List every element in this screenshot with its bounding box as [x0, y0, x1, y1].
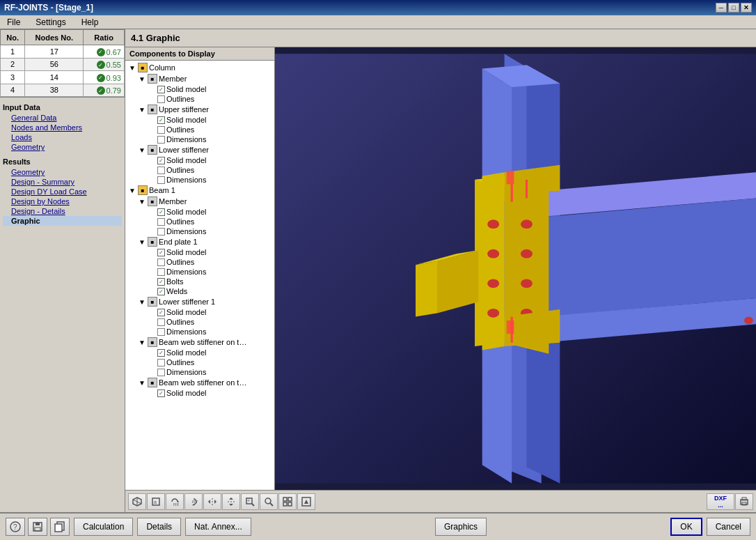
- table-row[interactable]: 2 56 ✓ 0.55: [1, 58, 125, 71]
- checkbox[interactable]: ✓: [157, 249, 165, 256]
- svg-point-18: [487, 309, 499, 318]
- tree-col-member-outlines[interactable]: Outlines: [125, 94, 274, 104]
- tree-upper-stiffener[interactable]: ▼ ■ Upper stiffener: [125, 104, 274, 115]
- print-button[interactable]: [735, 493, 753, 510]
- isometric-view-button[interactable]: [128, 493, 146, 510]
- details-button[interactable]: Details: [137, 518, 181, 536]
- nav-design-details[interactable]: Design - Details: [3, 206, 122, 216]
- flip-z-button[interactable]: [222, 493, 240, 510]
- checkbox[interactable]: [157, 228, 165, 236]
- nav-geometry-input[interactable]: Geometry: [3, 142, 122, 152]
- nav-geometry-results[interactable]: Geometry: [3, 167, 122, 177]
- checkbox[interactable]: [157, 218, 165, 226]
- tree-bws2[interactable]: ▼ ■ Beam web stiffener on tape: [125, 377, 274, 388]
- tree-label: Outlines: [166, 166, 194, 174]
- nat-annex-button[interactable]: Nat. Annex...: [185, 518, 251, 536]
- checkbox[interactable]: ✓: [157, 157, 165, 164]
- checkbox[interactable]: ✓: [157, 208, 165, 216]
- tree-upper-outlines[interactable]: Outlines: [125, 125, 274, 134]
- tree-lower-outlines[interactable]: Outlines: [125, 165, 274, 175]
- help-button[interactable]: ?: [6, 518, 25, 536]
- checkbox[interactable]: ✓: [157, 349, 165, 357]
- tree-beam1[interactable]: ▼ ■ Beam 1: [125, 185, 274, 196]
- tree-ls1-dimensions[interactable]: Dimensions: [125, 327, 274, 337]
- checkbox[interactable]: ✓: [157, 389, 165, 397]
- tree-upper-dimensions[interactable]: Dimensions: [125, 134, 274, 144]
- tree-beam1-dimensions[interactable]: Dimensions: [125, 226, 274, 236]
- tree-upper-solid[interactable]: ✓ Solid model: [125, 115, 274, 125]
- checkbox[interactable]: [157, 268, 165, 276]
- table-row[interactable]: 4 38 ✓ 0.79: [1, 84, 125, 97]
- zoom-fit-button[interactable]: [260, 493, 278, 510]
- calculation-button[interactable]: Calculation: [74, 518, 133, 536]
- nav-design-nodes[interactable]: Design by Nodes: [3, 196, 122, 206]
- menu-file[interactable]: File: [3, 16, 24, 29]
- checkbox[interactable]: [157, 176, 165, 184]
- properties-button[interactable]: [278, 493, 297, 510]
- export-button[interactable]: [297, 493, 315, 510]
- tree-bws1-solid[interactable]: ✓ Solid model: [125, 348, 274, 357]
- ok-button[interactable]: OK: [670, 518, 702, 536]
- tree-lower-stiffener[interactable]: ▼ ■ Lower stiffener: [125, 144, 274, 155]
- tree-beam1-solid[interactable]: ✓ Solid model: [125, 207, 274, 217]
- checkbox[interactable]: ✓: [157, 116, 165, 124]
- tree-ls1-solid[interactable]: ✓ Solid model: [125, 307, 274, 317]
- tree-endplate-welds[interactable]: ✓ Welds: [125, 286, 274, 296]
- svg-marker-45: [229, 497, 233, 500]
- save-button[interactable]: [28, 518, 47, 536]
- checkbox-solid[interactable]: ✓: [157, 86, 165, 93]
- tree-beam1-outlines[interactable]: Outlines: [125, 217, 274, 226]
- nav-loads[interactable]: Loads: [3, 132, 122, 142]
- dxf-export-button[interactable]: DXF...: [707, 493, 734, 510]
- tree-endplate-solid[interactable]: ✓ Solid model: [125, 247, 274, 257]
- checkbox[interactable]: [157, 328, 165, 336]
- tree-ls1-outlines[interactable]: Outlines: [125, 317, 274, 327]
- flip-x-button[interactable]: [203, 493, 221, 510]
- menu-settings[interactable]: Settings: [31, 16, 70, 29]
- table-row[interactable]: 1 17 ✓ 0.67: [1, 45, 125, 59]
- tree-bws2-solid[interactable]: ✓ Solid model: [125, 388, 274, 398]
- nav-design-load-case[interactable]: Design DY Load Case: [3, 187, 122, 196]
- nav-general-data[interactable]: General Data: [3, 113, 122, 123]
- checkbox[interactable]: [157, 167, 165, 174]
- checkbox[interactable]: [157, 359, 165, 367]
- checkbox[interactable]: [157, 126, 165, 134]
- nav-design-summary[interactable]: Design - Summary: [3, 177, 122, 187]
- close-button[interactable]: ✕: [741, 3, 752, 13]
- tree-lower-dimensions[interactable]: Dimensions: [125, 175, 274, 185]
- checkbox-outlines[interactable]: [157, 95, 165, 103]
- checkbox[interactable]: ✓: [157, 278, 165, 286]
- minimize-button[interactable]: ─: [716, 3, 727, 13]
- tree-col-member-solid[interactable]: ✓ Solid model: [125, 84, 274, 94]
- nav-nodes-members[interactable]: Nodes and Members: [3, 123, 122, 132]
- tree-bws1[interactable]: ▼ ■ Beam web stiffener on tape: [125, 337, 274, 348]
- checkbox[interactable]: ✓: [157, 309, 165, 316]
- checkbox[interactable]: [157, 136, 165, 144]
- checkbox[interactable]: [157, 369, 165, 376]
- tree-lower-stiffener-1[interactable]: ▼ ■ Lower stiffener 1: [125, 296, 274, 307]
- maximize-button[interactable]: □: [728, 3, 739, 13]
- graphics-button[interactable]: Graphics: [435, 518, 487, 536]
- tree-endplate-bolts[interactable]: ✓ Bolts: [125, 277, 274, 286]
- front-view-button[interactable]: a: [147, 493, 165, 510]
- tree-bws1-dimensions[interactable]: Dimensions: [125, 367, 274, 377]
- tree-beam1-member[interactable]: ▼ ■ Member: [125, 196, 274, 207]
- menu-help[interactable]: Help: [77, 16, 103, 29]
- checkbox[interactable]: ✓: [157, 288, 165, 295]
- tree-end-plate[interactable]: ▼ ■ End plate 1: [125, 236, 274, 247]
- rotate-y-button[interactable]: RY: [184, 493, 203, 510]
- copy-button[interactable]: [50, 518, 70, 536]
- tree-column[interactable]: ▼ ■ Column: [125, 62, 274, 73]
- nav-graphic[interactable]: Graphic: [3, 216, 122, 226]
- rotate-x-button[interactable]: RX: [166, 493, 184, 510]
- checkbox[interactable]: [157, 318, 165, 326]
- tree-endplate-outlines[interactable]: Outlines: [125, 257, 274, 267]
- tree-bws1-outlines[interactable]: Outlines: [125, 357, 274, 367]
- table-row[interactable]: 3 14 ✓ 0.93: [1, 71, 125, 84]
- zoom-area-button[interactable]: +: [241, 493, 259, 510]
- cancel-button[interactable]: Cancel: [707, 518, 750, 536]
- checkbox[interactable]: [157, 259, 165, 266]
- tree-col-member[interactable]: ▼ ■ Member: [125, 73, 274, 84]
- tree-lower-solid[interactable]: ✓ Solid model: [125, 155, 274, 165]
- tree-endplate-dimensions[interactable]: Dimensions: [125, 267, 274, 277]
